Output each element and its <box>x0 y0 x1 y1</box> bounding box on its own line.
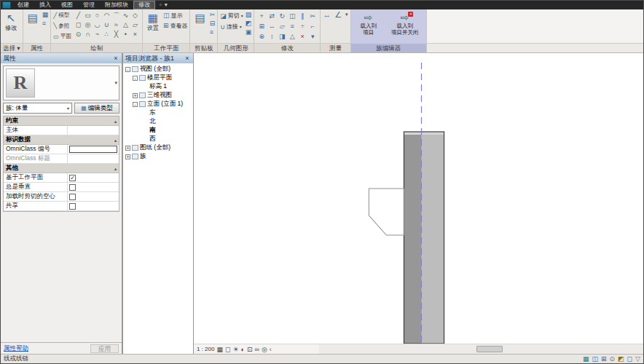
workplane-based-checkbox[interactable]: ✓ <box>69 175 76 181</box>
always-vertical-checkbox[interactable] <box>69 184 76 191</box>
cut-to-clipboard-icon[interactable]: ✂ <box>210 11 216 18</box>
draw-fillet-arc-icon[interactable]: ⌒ <box>111 11 121 20</box>
draw-arc-icon[interactable]: ◠ <box>102 11 111 20</box>
horizontal-scrollbar[interactable] <box>319 344 643 354</box>
draw-circle-icon[interactable]: ○ <box>93 11 102 20</box>
trim-icon[interactable]: ≡ <box>287 21 297 31</box>
drag-on-selection-toggle-icon[interactable]: ◻ <box>627 355 632 363</box>
tree-item-3d-views[interactable]: + 三维视图 <box>123 91 193 100</box>
tab-view[interactable]: 视图 <box>56 1 78 9</box>
project-browser-header[interactable]: 项目浏览器 - 族1 × <box>123 53 193 63</box>
split-face-icon[interactable]: ▨ <box>246 11 252 18</box>
align-icon[interactable]: ∥ <box>297 11 307 21</box>
draw-arc-center-icon[interactable]: ∪ <box>102 20 111 30</box>
draw-triangle-icon[interactable]: △ <box>121 20 130 30</box>
draw-freeform-icon[interactable]: ~ <box>93 30 102 39</box>
filter-icon[interactable]: ▽ <box>635 355 640 363</box>
tree-item-east[interactable]: 东 <box>123 108 193 117</box>
show-workplane-button[interactable]: ◫ 显示 <box>163 11 188 20</box>
cut-voids-checkbox[interactable] <box>69 194 76 200</box>
family-combo[interactable]: 族: 体量 ▾ <box>3 103 72 114</box>
chevron-down-icon[interactable]: ▾ <box>165 1 168 9</box>
type-selector[interactable]: R ▾ <box>3 66 119 100</box>
expander-icon[interactable]: - <box>133 76 138 81</box>
close-icon[interactable]: × <box>112 55 119 62</box>
reveal-hidden-icon[interactable]: ‹ <box>270 345 272 354</box>
tab-create[interactable]: 创建 <box>12 1 34 9</box>
properties-header[interactable]: 属性 × <box>1 53 122 63</box>
draw-half-ellipse-icon[interactable]: ∩ <box>83 30 93 39</box>
delete-icon[interactable]: × <box>297 31 307 41</box>
properties-palette-button[interactable]: ▤ <box>25 11 40 25</box>
family-category-button[interactable]: ▦ <box>42 11 49 18</box>
tree-item-sheets[interactable]: + 图纸 (全部) <box>123 143 193 152</box>
draw-polygon-icon[interactable]: ◇ <box>130 11 140 20</box>
cut-geometry-button[interactable]: ◪ 剪切 ▾ <box>220 11 243 20</box>
more-tools-icon[interactable]: ▾ <box>307 31 318 41</box>
shared-checkbox[interactable] <box>69 203 76 210</box>
rotate-icon[interactable]: ↻ <box>277 11 287 21</box>
copy-to-clipboard-icon[interactable]: ⊟ <box>210 20 216 27</box>
draw-spline-icon[interactable]: ∿ <box>121 11 130 20</box>
scrollbar-thumb[interactable] <box>476 346 503 352</box>
draw-cross-icon[interactable]: ╳ <box>111 30 121 39</box>
chevron-down-icon[interactable]: ▾ <box>345 11 348 18</box>
app-icon[interactable] <box>2 1 11 9</box>
tree-item-families[interactable]: + 族 <box>123 152 193 161</box>
tree-item-views[interactable]: - 视图 (全部) <box>123 65 193 74</box>
edit-type-button[interactable]: ▦ 编辑类型 <box>74 103 119 114</box>
model-line-toggle[interactable]: ╱ 模型 <box>53 12 71 19</box>
shadows-icon[interactable]: ◐ <box>241 345 245 354</box>
array-icon[interactable]: ⊞ <box>256 21 267 31</box>
temporary-hide-icon[interactable]: ◎ <box>262 345 267 354</box>
detail-level-icon[interactable]: ▦ <box>216 345 223 354</box>
measure-icon[interactable]: ↔ <box>323 11 331 18</box>
move-icon[interactable]: + <box>256 11 267 21</box>
divide-icon[interactable]: ÷ <box>297 21 307 31</box>
draw-pick-face-icon[interactable]: ∴ <box>102 30 111 39</box>
load-into-project-close-button[interactable]: ⇨ × 载入到 项目并关闭 <box>386 11 424 36</box>
expander-icon[interactable]: - <box>125 67 130 72</box>
group-header-other[interactable]: 其他 ▴ <box>4 164 119 173</box>
apply-button[interactable]: 应用 <box>90 344 119 353</box>
split-icon[interactable]: ✂ <box>307 11 318 21</box>
unpin-icon[interactable]: ↕ <box>267 31 277 41</box>
chevron-down-icon[interactable]: ▾ <box>114 80 117 86</box>
expander-icon[interactable]: + <box>133 93 138 98</box>
set-workplane-button[interactable]: ▦ 设置 <box>145 11 161 32</box>
tab-addins[interactable]: 附加模块 <box>100 1 133 9</box>
expander-icon[interactable]: + <box>125 154 130 159</box>
tab-modify[interactable]: 修改 <box>133 1 155 9</box>
tree-item-level-1[interactable]: 标高 1 <box>123 82 193 91</box>
draw-dot-icon[interactable]: • <box>121 30 130 39</box>
dimension-icon[interactable]: ∠ <box>334 11 342 18</box>
mirror-icon[interactable]: ◫ <box>287 11 297 21</box>
crop-view-icon[interactable]: ⊡ <box>247 345 253 354</box>
properties-help-link[interactable]: 属性帮助 <box>4 344 28 353</box>
draw-line-icon[interactable]: ╱ <box>74 11 83 20</box>
tree-item-west[interactable]: 西 <box>123 135 193 143</box>
panel-label-select[interactable]: 选择 ▾ <box>1 43 23 52</box>
demolish-icon[interactable]: ▣ <box>246 28 252 36</box>
draw-arc-end-icon[interactable]: ◡ <box>93 20 102 30</box>
sun-path-icon[interactable]: ☀ <box>232 345 238 354</box>
tab-insert[interactable]: 插入 <box>34 1 56 9</box>
expander-icon[interactable]: - <box>133 102 138 107</box>
wall-joins-icon[interactable]: ◨ <box>277 31 287 41</box>
show-crop-icon[interactable]: ∞ <box>255 345 259 354</box>
paste-button[interactable]: ▤ <box>192 11 207 25</box>
tree-item-floor-plans[interactable]: - 楼层平面 <box>123 74 193 82</box>
tree-item-elevations[interactable]: - 立面 (立面 1) <box>123 100 193 108</box>
select-pinned-toggle-icon[interactable]: ⊙ <box>610 355 616 363</box>
group-header-identity[interactable]: 标识数据 ▴ <box>4 135 119 145</box>
panel-toggle-icon[interactable]: ▫ <box>160 1 162 9</box>
reference-plane-toggle[interactable]: ▭ 平面 <box>53 33 71 40</box>
join-geometry-button[interactable]: ∪ 连接 ▾ <box>220 22 243 31</box>
draw-ellipse-icon[interactable]: ◎ <box>83 20 93 30</box>
expander-icon[interactable]: + <box>125 146 130 151</box>
group-header-constraints[interactable]: 约束 ▴ <box>4 116 119 126</box>
match-type-icon[interactable]: ≡ <box>210 28 216 36</box>
geometry-edit-icon[interactable]: △ <box>287 31 297 41</box>
pin-icon[interactable]: ⊕ <box>256 31 267 41</box>
close-icon[interactable]: × <box>184 55 191 62</box>
